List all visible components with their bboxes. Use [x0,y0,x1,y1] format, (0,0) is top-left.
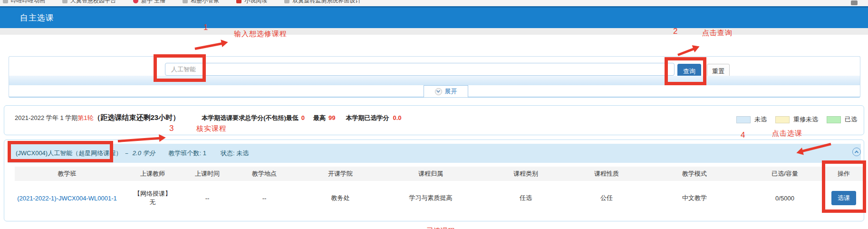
favicon-icon [3,0,8,3]
expand-label: 展开 [445,87,457,96]
legend-item-selected: 已选 [827,115,857,124]
teacher-cell: 【网络授课】 无 [119,181,186,215]
credit-max-label: 最高 [313,114,326,122]
course-status: 状态: 未选 [221,149,249,158]
credit-min-value: 0 [301,114,305,121]
credit-requirement-label: 本学期选课要求 [202,114,245,122]
course-belong: 学习与素质提高 [381,181,481,215]
course-summary-bar[interactable]: (JWCX004)人工智能（超星网络课程） － 2.0 学分 教学班个数: 1 … [8,144,861,163]
col-header-time: 上课时间 [186,167,229,181]
bookmark-item[interactable]: 相册小管家 [183,0,219,5]
bookmark-item[interactable]: 天翼智慧校园平台 [62,0,116,5]
legend-swatch-unselected [736,116,751,123]
class-id-link[interactable]: (2021-2022-1)-JWCX004-WL0001-1 [17,195,117,202]
table-header-row: 教学班 上课教师 上课时间 教学地点 开课学院 课程归属 课程类别 课程性质 教… [15,167,865,181]
favicon-icon [183,0,188,3]
chevron-down-icon [435,88,442,95]
search-panel: 查询 重置 展开 [9,56,860,98]
bookmark-item[interactable]: 哔哩哔哩动画 [3,0,45,5]
col-header-college: 开课学院 [300,167,381,181]
bookmark-label: 新手 主播 [141,0,165,5]
class-college: 教务处 [300,181,381,215]
course-category: 任选 [481,181,571,215]
annotation-step-3-text: 核实课程 [196,124,227,133]
legend-swatch-selected [827,116,841,123]
bookmark-label: 小说阅读 [244,0,267,5]
semester-info-panel: 2021-2022 学年 1 学期 第1轮 （距选课结束还剩23小时） 本学期选… [4,105,864,135]
bookmark-item[interactable]: 双翼旋转监测系统界面设计 [284,0,361,5]
class-location: -- [229,181,300,215]
bookmarks-overflow-icon[interactable] [851,0,858,5]
class-count: 教学班个数: 1 [168,149,206,158]
bookmark-label: 双翼旋转监测系统界面设计 [292,0,361,5]
teaching-mode: 中文教学 [642,181,747,215]
course-search-input[interactable] [165,63,675,76]
selected-credits-label: 本学期已选学分 [346,114,389,122]
favicon-icon [236,0,241,3]
col-header-nature: 课程性质 [571,167,642,181]
browser-bookmarks-bar: 哔哩哔哩动画 天翼智慧校园平台 新手 主播 相册小管家 小说阅读 双翼旋转监测系… [0,0,868,6]
teacher-tag: 【网络授课】 [119,189,186,198]
credit-max-value: 99 [328,114,335,121]
page-title: 自主选课 [20,8,54,28]
col-header-teacher: 上课教师 [119,167,186,181]
arrow-to-query-icon [677,48,694,56]
annotation-bottom-partial: 已选课程 [426,227,455,229]
bookmark-item[interactable]: 小说阅读 [236,0,267,5]
bookmark-item[interactable]: 新手 主播 [133,0,165,5]
annotation-step-3-number: 3 [169,124,174,133]
highlight-rect-action [822,160,866,213]
status-legend: 未选 重修未选 已选 [736,115,857,124]
bookmark-label: 天翼智慧校园平台 [70,0,116,5]
selected-credits-value: 0.0 [393,114,402,121]
col-header-location: 教学地点 [229,167,300,181]
table-row: (2021-2022-1)-JWCX004-WL0001-1 【网络授课】 无 … [15,181,865,215]
annotation-step-2-text: 点击查询 [702,29,733,38]
favicon-icon [284,0,289,3]
semester-term: 2021-2022 学年 1 学期 [15,114,77,122]
col-header-belong: 课程归属 [381,167,481,181]
course-credits: 2.0 学分 [133,149,155,158]
deadline-countdown: （距选课结束还剩23小时） [93,113,180,122]
col-header-capacity: 已选/容量 [747,167,823,181]
highlight-rect-query [665,57,706,85]
favicon-icon [62,0,68,3]
highlight-rect-course [8,141,113,162]
annotation-step-2-number: 2 [673,27,677,36]
bookmark-label: 哔哩哔哩动画 [11,0,45,5]
col-header-mode: 教学模式 [642,167,747,181]
col-header-category: 课程类别 [481,167,571,181]
collapse-chevron-up-icon[interactable] [852,148,861,156]
annotation-step-4-text: 点击选课 [772,129,802,138]
annotation-step-1-number: 1 [203,23,208,32]
favicon-icon [133,0,138,3]
legend-swatch-retake [775,116,790,123]
class-time: -- [186,181,229,215]
arrow-to-input-icon [195,42,222,50]
page-header: 自主选课 [0,6,868,28]
teacher-name: 无 [119,198,186,207]
class-table: 教学班 上课教师 上课时间 教学地点 开课学院 课程归属 课程类别 课程性质 教… [15,167,865,215]
col-header-class: 教学班 [15,167,119,181]
credit-range-label: 总学分(不包括)最低 [245,114,299,122]
annotation-step-1-text: 输入想选修课程 [234,30,287,39]
legend-item-retake: 重修未选 [775,115,818,124]
expand-toggle[interactable]: 展开 [424,85,468,97]
semester-round: 第1轮 [77,114,93,122]
header-sub-strip [0,28,868,35]
semester-info-line: 2021-2022 学年 1 学期 第1轮 （距选课结束还剩23小时） 本学期选… [15,113,402,122]
highlight-rect-input [154,54,206,82]
legend-item-unselected: 未选 [736,115,767,124]
bookmark-label: 相册小管家 [191,0,219,5]
panel-bottom-band [9,76,860,85]
course-nature: 公任 [571,181,642,215]
course-card: (JWCX004)人工智能（超星网络课程） － 2.0 学分 教学班个数: 1 … [4,139,864,221]
annotation-step-4-number: 4 [741,130,745,140]
capacity-cell: 0/5000 [747,181,823,215]
